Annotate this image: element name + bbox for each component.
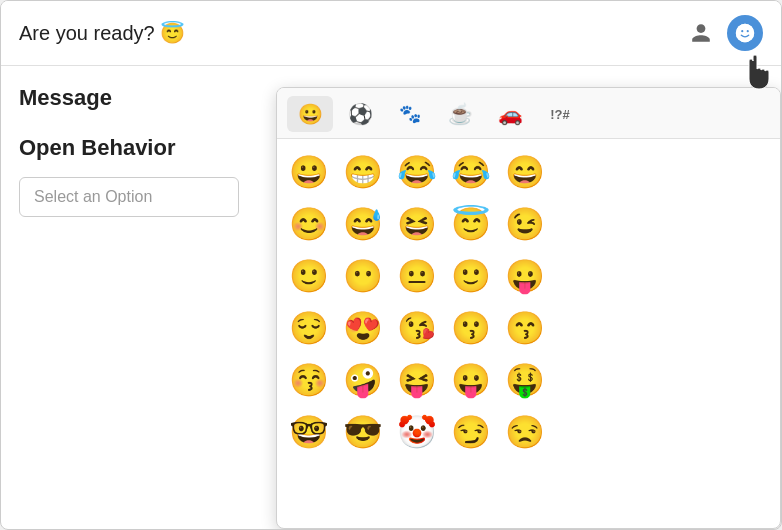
tab-car[interactable]: 🚗: [487, 96, 533, 132]
emoji-innocent[interactable]: 😇: [445, 199, 497, 249]
emoji-face-icon: [734, 22, 756, 44]
profile-icon: [690, 22, 712, 44]
tab-symbols[interactable]: !?#: [537, 96, 583, 132]
emoji-wink[interactable]: 😉: [499, 199, 551, 249]
emoji-kissing[interactable]: 😗: [445, 303, 497, 353]
emoji-laughing[interactable]: 😆: [391, 199, 443, 249]
header-title: Are you ready? 😇: [19, 21, 185, 45]
emoji-slightly-smiling[interactable]: 🙂: [283, 251, 335, 301]
select-option-dropdown[interactable]: Select an Option: [19, 177, 239, 217]
emoji-kissing-heart[interactable]: 😘: [391, 303, 443, 353]
emoji-tab-bar: 😀 ⚽ 🐾 ☕ 🚗 !?#: [277, 88, 780, 139]
emoji-grin[interactable]: 😁: [337, 147, 389, 197]
tab-smiley[interactable]: 😀: [287, 96, 333, 132]
emoji-tongue[interactable]: 😛: [445, 355, 497, 405]
emoji-blush[interactable]: 😊: [283, 199, 335, 249]
svg-point-3: [747, 30, 749, 32]
emoji-heart-eyes[interactable]: 😍: [337, 303, 389, 353]
header-icons: [683, 15, 763, 51]
emoji-no-mouth[interactable]: 😶: [337, 251, 389, 301]
emoji-unamused[interactable]: 😒: [499, 407, 551, 457]
emoji-row-4: 😌 😍 😘 😗 😙: [283, 303, 774, 353]
emoji-row-5: 😚 🤪 😝 😛 🤑: [283, 355, 774, 405]
emoji-button[interactable]: [727, 15, 763, 51]
svg-point-2: [741, 30, 743, 32]
emoji-row-3: 🙂 😶 😐 🙂 😛: [283, 251, 774, 301]
emoji-squinting-tongue[interactable]: 😝: [391, 355, 443, 405]
emoji-sweat-smile[interactable]: 😅: [337, 199, 389, 249]
emoji-money-mouth[interactable]: 🤑: [499, 355, 551, 405]
emoji-relieved[interactable]: 😌: [283, 303, 335, 353]
emoji-row-1: 😀 😁 😂 😂 😄: [283, 147, 774, 197]
emoji-row-6: 🤓 😎 🤡 😏 😒: [283, 407, 774, 457]
open-behavior-label: Open Behavior: [19, 135, 258, 161]
emoji-joy[interactable]: 😂: [391, 147, 443, 197]
emoji-grinning[interactable]: 😀: [283, 147, 335, 197]
emoji-stuck-out-tongue[interactable]: 😛: [499, 251, 551, 301]
tab-cup[interactable]: ☕: [437, 96, 483, 132]
left-panel: Message Open Behavior Select an Option: [1, 65, 276, 529]
profile-button[interactable]: [683, 15, 719, 51]
symbols-label: !?#: [550, 107, 570, 122]
emoji-sunglasses[interactable]: 😎: [337, 407, 389, 457]
emoji-nerd[interactable]: 🤓: [283, 407, 335, 457]
tab-ball[interactable]: ⚽: [337, 96, 383, 132]
emoji-row-2: 😊 😅 😆 😇 😉: [283, 199, 774, 249]
emoji-smile[interactable]: 😄: [499, 147, 551, 197]
tab-paw[interactable]: 🐾: [387, 96, 433, 132]
emoji-kissing-smiling[interactable]: 😙: [499, 303, 551, 353]
emoji-simple-smile[interactable]: 🙂: [445, 251, 497, 301]
emoji-neutral[interactable]: 😐: [391, 251, 443, 301]
emoji-picker: 😀 ⚽ 🐾 ☕ 🚗 !?# 😀 😁 😂 😂 😄 😊 😅 �: [276, 87, 781, 529]
emoji-zany[interactable]: 🤪: [337, 355, 389, 405]
main-container: Are you ready? 😇 Message Open Behavior: [0, 0, 782, 530]
message-label: Message: [19, 85, 258, 111]
emoji-clown[interactable]: 🤡: [391, 407, 443, 457]
emoji-grid[interactable]: 😀 😁 😂 😂 😄 😊 😅 😆 😇 😉 🙂 😶 😐 🙂 😛: [277, 139, 780, 528]
header: Are you ready? 😇: [1, 1, 781, 66]
emoji-smirk[interactable]: 😏: [445, 407, 497, 457]
emoji-joy2[interactable]: 😂: [445, 147, 497, 197]
emoji-kissing-closed[interactable]: 😚: [283, 355, 335, 405]
svg-point-1: [736, 24, 754, 42]
